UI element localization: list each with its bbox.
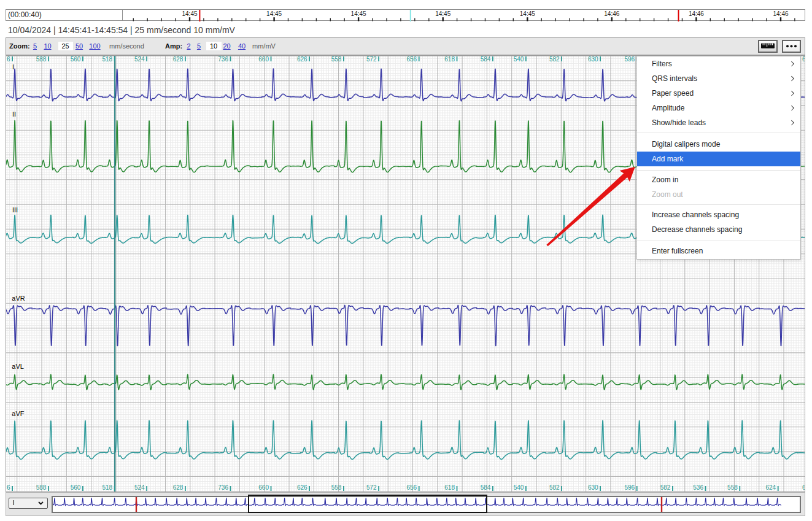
svg-text:584: 584 [480,56,490,63]
svg-text:582: 582 [660,484,670,491]
svg-text:14:46: 14:46 [773,10,788,17]
svg-text:582: 582 [549,484,559,491]
svg-text:aVL: aVL [12,363,24,370]
svg-text:582: 582 [549,56,559,63]
svg-text:656: 656 [406,484,417,491]
svg-text:588: 588 [36,56,46,63]
svg-text:628: 628 [172,484,183,491]
svg-text:596: 596 [624,484,635,491]
svg-text:14:45: 14:45 [351,10,366,17]
svg-text:536: 536 [693,484,703,491]
svg-text:524: 524 [134,56,144,63]
svg-text:736: 736 [218,56,228,63]
svg-text:558: 558 [331,484,341,491]
svg-text:558: 558 [727,484,738,491]
svg-text:560: 560 [70,484,80,491]
svg-text:62: 62 [802,484,805,491]
svg-text:584: 584 [480,484,490,491]
svg-text:6: 6 [7,484,10,491]
svg-text:626: 626 [296,484,307,491]
svg-text:aVR: aVR [12,295,25,302]
svg-text:540: 540 [513,56,524,63]
svg-text:518: 518 [102,484,112,491]
svg-text:62: 62 [802,56,805,63]
svg-text:14:45: 14:45 [520,10,535,17]
svg-text:572: 572 [366,56,376,63]
svg-text:14:45: 14:45 [182,10,197,17]
svg-text:630: 630 [587,484,598,491]
svg-text:628: 628 [172,56,183,63]
svg-text:626: 626 [296,56,307,63]
svg-text:518: 518 [102,56,112,63]
svg-text:560: 560 [70,56,80,63]
svg-text:630: 630 [587,56,598,63]
svg-text:558: 558 [331,56,341,63]
svg-text:736: 736 [218,484,228,491]
svg-text:14:45: 14:45 [435,10,450,17]
svg-text:596: 596 [624,56,635,63]
svg-text:6: 6 [7,56,10,63]
svg-text:660: 660 [258,484,269,491]
svg-text:660: 660 [258,56,269,63]
svg-text:14:45: 14:45 [266,10,282,17]
svg-text:II: II [12,110,16,117]
svg-text:III: III [12,206,18,214]
svg-text:624: 624 [765,484,776,491]
svg-text:14:46: 14:46 [689,10,704,17]
svg-text:14:46: 14:46 [604,10,619,17]
svg-text:656: 656 [406,56,417,63]
svg-text:aVF: aVF [12,410,24,417]
svg-text:540: 540 [513,484,524,491]
svg-text:I: I [12,63,14,70]
svg-text:588: 588 [36,484,46,491]
svg-text:524: 524 [134,484,144,491]
svg-text:618: 618 [444,56,455,63]
svg-text:572: 572 [366,484,376,491]
svg-text:618: 618 [444,484,455,491]
